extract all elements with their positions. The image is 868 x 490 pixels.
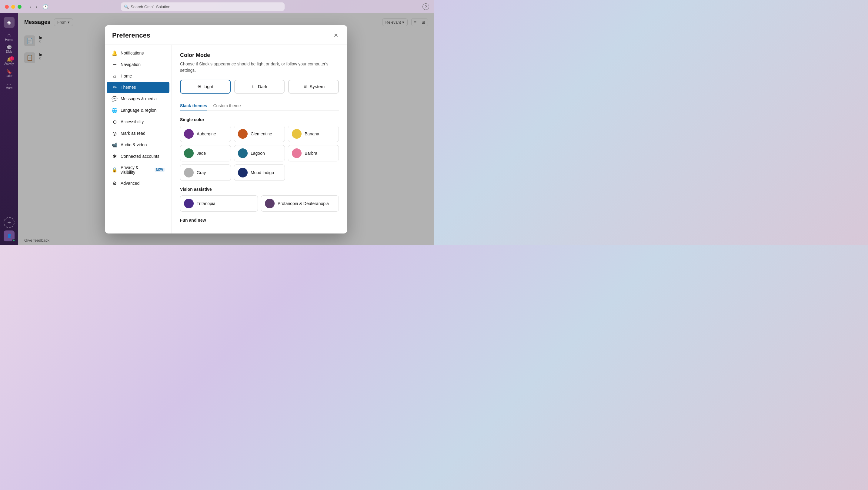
dark-label: Dark bbox=[258, 84, 268, 89]
add-workspace-button[interactable]: + bbox=[4, 217, 14, 228]
system-label: System bbox=[309, 84, 324, 89]
color-option-banana[interactable]: Banana bbox=[288, 126, 339, 142]
clementine-label: Clementine bbox=[251, 131, 272, 136]
clementine-swatch bbox=[238, 129, 248, 139]
color-option-aubergine[interactable]: Aubergine bbox=[180, 126, 231, 142]
preferences-content: Color Mode Choose if Slack's appearance … bbox=[172, 45, 347, 233]
pref-nav-navigation[interactable]: ☰ Navigation bbox=[107, 59, 169, 70]
pref-nav-label: Navigation bbox=[121, 62, 141, 67]
color-mode-light[interactable]: ☀ Light bbox=[180, 80, 230, 94]
pref-nav-label: Connected accounts bbox=[121, 154, 159, 159]
pref-nav-home[interactable]: ⌂ Home bbox=[107, 71, 169, 81]
mood-indigo-swatch bbox=[238, 168, 248, 177]
single-color-label: Single color bbox=[180, 117, 339, 122]
color-option-mood-indigo[interactable]: Mood Indigo bbox=[234, 164, 285, 181]
app-container: ◈ ⌂ Home 💬 DMs 🔔 Activity 1 🔖 Later ··· … bbox=[0, 13, 434, 245]
forward-button[interactable]: › bbox=[34, 3, 39, 10]
main-content: Messages From ▾ Relevant ▾ ≡ ⊞ 📄 in S… bbox=[18, 13, 434, 245]
maximize-window-button[interactable] bbox=[18, 5, 22, 9]
tab-slack-themes[interactable]: Slack themes bbox=[180, 101, 207, 111]
color-mode-row: ☀ Light ☾ Dark 🖥 System bbox=[180, 80, 339, 94]
pref-nav-accessibility[interactable]: ⊙ Accessibility bbox=[107, 116, 169, 128]
modal-close-button[interactable]: ✕ bbox=[332, 31, 340, 40]
pref-nav-notifications[interactable]: 🔔 Notifications bbox=[107, 47, 169, 59]
modal-header: Preferences ✕ bbox=[105, 25, 347, 45]
nav-buttons: ‹ › 🕐 bbox=[28, 3, 50, 10]
accessibility-icon: ⊙ bbox=[112, 119, 118, 125]
add-icon: + bbox=[7, 219, 11, 226]
pref-nav-messages-media[interactable]: 💬 Messages & media bbox=[107, 93, 169, 104]
search-placeholder: Search Omn1 Solution bbox=[131, 4, 170, 9]
minimize-window-button[interactable] bbox=[11, 5, 15, 9]
preferences-sidebar: 🔔 Notifications ☰ Navigation ⌂ Home ✏ bbox=[105, 45, 172, 233]
workspace-icon[interactable]: ◈ bbox=[4, 17, 14, 28]
pref-nav-label: Messages & media bbox=[121, 96, 157, 101]
banana-swatch bbox=[292, 129, 302, 139]
protanopia-label: Protanopia & Deuteranopia bbox=[278, 201, 329, 206]
tritanopia-swatch bbox=[184, 199, 194, 208]
help-button[interactable]: ? bbox=[423, 3, 429, 10]
tab-custom-theme[interactable]: Custom theme bbox=[213, 101, 241, 111]
user-avatar[interactable]: 👤 bbox=[4, 230, 14, 241]
pref-nav-label: Audio & video bbox=[121, 142, 147, 147]
section-title: Color Mode bbox=[180, 52, 339, 59]
sidebar-item-home[interactable]: ⌂ Home bbox=[4, 32, 14, 42]
jade-label: Jade bbox=[197, 151, 206, 156]
color-option-gray[interactable]: Gray bbox=[180, 164, 231, 181]
workspace-logo: ◈ bbox=[7, 19, 11, 26]
aubergine-label: Aubergine bbox=[197, 131, 216, 136]
pref-nav-advanced[interactable]: ⚙ Advanced bbox=[107, 178, 169, 189]
user-status-dot bbox=[12, 239, 15, 242]
modal-title: Preferences bbox=[112, 32, 150, 39]
home-icon: ⌂ bbox=[7, 32, 11, 38]
pref-nav-label: Themes bbox=[121, 85, 136, 90]
history-button[interactable]: 🕐 bbox=[41, 3, 50, 10]
section-desc: Choose if Slack's appearance should be l… bbox=[180, 61, 339, 74]
sidebar-item-activity[interactable]: 🔔 Activity 1 bbox=[4, 56, 14, 67]
barbra-swatch bbox=[292, 149, 302, 158]
sidebar-item-dms[interactable]: 💬 DMs bbox=[4, 43, 14, 55]
sidebar-item-later[interactable]: 🔖 Later bbox=[4, 68, 14, 79]
pref-nav-privacy[interactable]: 🔒 Privacy & visibility NEW bbox=[107, 162, 169, 177]
banana-label: Banana bbox=[305, 131, 319, 136]
color-option-protanopia[interactable]: Protanopia & Deuteranopia bbox=[261, 195, 339, 212]
color-grid: Aubergine Clementine Banana bbox=[180, 126, 339, 181]
color-option-barbra[interactable]: Barbra bbox=[288, 145, 339, 161]
theme-tabs: Slack themes Custom theme bbox=[180, 101, 339, 111]
pref-nav-themes[interactable]: ✏ Themes bbox=[107, 82, 169, 93]
lagoon-swatch bbox=[238, 149, 248, 158]
dark-icon: ☾ bbox=[252, 84, 255, 89]
color-mode-system[interactable]: 🖥 System bbox=[288, 80, 339, 94]
color-option-clementine[interactable]: Clementine bbox=[234, 126, 285, 142]
jade-swatch bbox=[184, 149, 194, 158]
connected-icon: ✱ bbox=[112, 154, 118, 159]
more-icon: ··· bbox=[7, 81, 11, 86]
audio-video-icon: 📹 bbox=[112, 142, 118, 148]
pref-nav-label: Home bbox=[121, 74, 132, 78]
sidebar-item-more[interactable]: ··· More bbox=[4, 80, 14, 91]
pref-nav-audio-video[interactable]: 📹 Audio & video bbox=[107, 139, 169, 151]
pref-nav-label: Accessibility bbox=[121, 119, 144, 124]
search-bar[interactable]: 🔍 Search Omn1 Solution bbox=[121, 2, 285, 11]
aubergine-swatch bbox=[184, 129, 194, 139]
messages-media-icon: 💬 bbox=[112, 96, 118, 102]
pref-nav-connected[interactable]: ✱ Connected accounts bbox=[107, 151, 169, 162]
notifications-icon: 🔔 bbox=[112, 50, 118, 56]
color-mode-dark[interactable]: ☾ Dark bbox=[234, 80, 285, 94]
color-option-lagoon[interactable]: Lagoon bbox=[234, 145, 285, 161]
close-window-button[interactable] bbox=[5, 5, 9, 9]
color-option-tritanopia[interactable]: Tritanopia bbox=[180, 195, 258, 212]
gray-swatch bbox=[184, 168, 194, 177]
dms-icon: 💬 bbox=[6, 45, 12, 50]
pref-nav-language[interactable]: 🌐 Language & region bbox=[107, 105, 169, 116]
activity-badge: 1 bbox=[10, 56, 14, 61]
system-icon: 🖥 bbox=[303, 84, 307, 89]
modal-overlay: Preferences ✕ 🔔 Notifications ☰ Navigati… bbox=[18, 13, 434, 245]
color-option-jade[interactable]: Jade bbox=[180, 145, 231, 161]
pref-nav-mark-as-read[interactable]: ◎ Mark as read bbox=[107, 128, 169, 139]
vision-color-grid: Tritanopia Protanopia & Deuteranopia bbox=[180, 195, 339, 212]
pref-nav-label: Mark as read bbox=[121, 131, 146, 136]
pref-nav-label: Notifications bbox=[121, 51, 144, 56]
preferences-modal: Preferences ✕ 🔔 Notifications ☰ Navigati… bbox=[105, 25, 347, 233]
back-button[interactable]: ‹ bbox=[28, 3, 33, 10]
